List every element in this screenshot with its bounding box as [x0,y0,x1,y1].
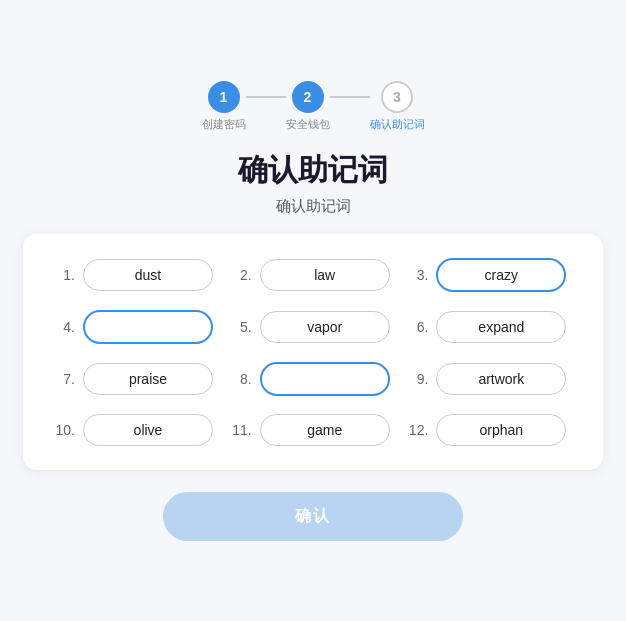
word-input-11[interactable] [260,414,390,446]
step-2-circle: 2 [292,81,324,113]
step-line-1 [246,96,286,98]
word-index-6: 6. [406,319,428,335]
word-index-7: 7. [53,371,75,387]
word-index-1: 1. [53,267,75,283]
page-title: 确认助记词 [238,150,388,191]
word-index-5: 5. [230,319,252,335]
word-cell-2: 2. [230,258,397,292]
stepper: 1 创建密码 2 安全钱包 3 确认助记词 [202,81,425,132]
step-2: 2 安全钱包 [286,81,330,132]
word-cell-11: 11. [230,414,397,446]
page-subtitle: 确认助记词 [276,197,351,216]
word-input-7[interactable] [83,363,213,395]
word-input-8[interactable] [260,362,390,396]
step-3: 3 确认助记词 [370,81,425,132]
word-cell-8: 8. [230,362,397,396]
step-1: 1 创建密码 [202,81,246,132]
word-input-5[interactable] [260,311,390,343]
word-cell-4: 4. [53,310,220,344]
word-cell-9: 9. [406,362,573,396]
step-line-2 [330,96,370,98]
word-cell-6: 6. [406,310,573,344]
word-input-3[interactable] [436,258,566,292]
word-input-2[interactable] [260,259,390,291]
step-1-circle: 1 [208,81,240,113]
word-index-9: 9. [406,371,428,387]
word-grid: 1.2.3.4.5.6.7.8.9.10.11.12. [53,258,573,446]
word-index-12: 12. [406,422,428,438]
step-3-circle: 3 [381,81,413,113]
word-index-4: 4. [53,319,75,335]
word-input-6[interactable] [436,311,566,343]
word-index-2: 2. [230,267,252,283]
word-cell-12: 12. [406,414,573,446]
main-container: 1 创建密码 2 安全钱包 3 确认助记词 确认助记词 确认助记词 1.2.3.… [23,81,603,541]
word-index-10: 10. [53,422,75,438]
word-cell-7: 7. [53,362,220,396]
confirm-button[interactable]: 确认 [163,492,463,541]
step-2-label: 安全钱包 [286,117,330,132]
word-cell-1: 1. [53,258,220,292]
word-cell-10: 10. [53,414,220,446]
word-cell-3: 3. [406,258,573,292]
step-3-label: 确认助记词 [370,117,425,132]
word-input-12[interactable] [436,414,566,446]
word-input-1[interactable] [83,259,213,291]
word-index-8: 8. [230,371,252,387]
word-input-4[interactable] [83,310,213,344]
word-grid-container: 1.2.3.4.5.6.7.8.9.10.11.12. [23,234,603,470]
word-cell-5: 5. [230,310,397,344]
word-index-11: 11. [230,422,252,438]
word-input-9[interactable] [436,363,566,395]
word-index-3: 3. [406,267,428,283]
step-1-label: 创建密码 [202,117,246,132]
word-input-10[interactable] [83,414,213,446]
